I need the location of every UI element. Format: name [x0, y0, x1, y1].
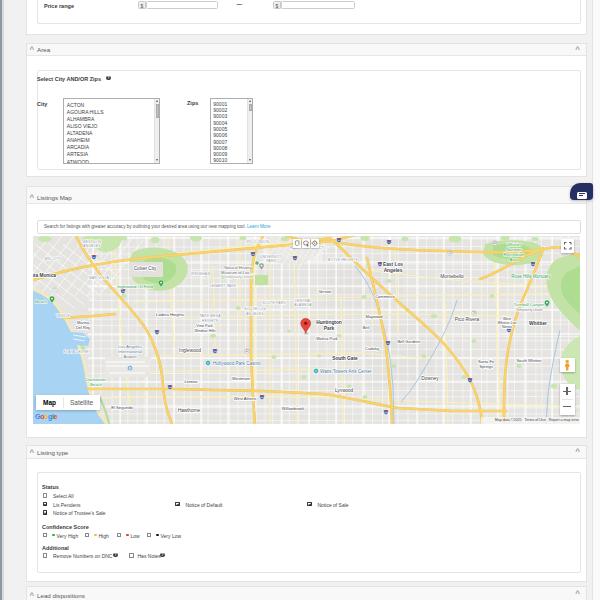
svg-text:110: 110 [251, 254, 254, 256]
svg-text:Whittier: Whittier [529, 321, 547, 326]
svg-text:View Park-: View Park- [196, 324, 214, 328]
svg-text:Beach: Beach [90, 382, 103, 387]
svg-text:105: 105 [168, 387, 171, 389]
svg-text:Rose Hills Mortuary: Rose Hills Mortuary [511, 274, 551, 279]
svg-text:Temporarily closed: Temporarily closed [224, 275, 252, 279]
svg-text:Lennox: Lennox [184, 379, 197, 384]
svg-text:405: 405 [213, 351, 216, 353]
svg-text:Narrows: Narrows [506, 247, 522, 252]
svg-text:Walnut Park: Walnut Park [316, 336, 338, 341]
svg-text:VENICE: VENICE [56, 314, 70, 318]
svg-text:Hawthorne: Hawthorne [178, 408, 201, 413]
svg-text:East Los: East Los [383, 262, 403, 267]
svg-text:MID CITY: MID CITY [45, 257, 62, 261]
svg-text:Springs: Springs [479, 364, 493, 369]
svg-text:Hollywood Park Casino: Hollywood Park Casino [213, 361, 261, 366]
svg-text:ANGELES: ANGELES [246, 312, 264, 316]
svg-text:South Whittier: South Whittier [516, 358, 542, 363]
svg-text:Huntington: Huntington [316, 320, 342, 325]
svg-text:710: 710 [386, 343, 389, 345]
svg-text:Commerce: Commerce [375, 294, 395, 299]
svg-text:CRENSHAW: CRENSHAW [189, 272, 211, 276]
svg-text:Downey: Downey [421, 376, 439, 381]
svg-text:Pico Rivera: Pico Rivera [455, 317, 480, 322]
svg-text:Park: Park [324, 326, 335, 331]
svg-text:Montebello: Montebello [440, 274, 464, 279]
svg-text:605: 605 [507, 330, 510, 332]
svg-text:BOYLE HEIGHTS: BOYLE HEIGHTS [328, 258, 358, 262]
svg-text:110: 110 [260, 397, 263, 399]
svg-text:Watts Towers Arts Center: Watts Towers Arts Center [320, 369, 372, 374]
svg-text:Inglewood Oil Field: Inglewood Oil Field [117, 284, 153, 289]
svg-text:MAR VISTA: MAR VISTA [89, 276, 109, 280]
svg-text:SOUTH PARK: SOUTH PARK [262, 301, 286, 305]
svg-text:South Gate: South Gate [332, 356, 358, 361]
svg-text:Maywood: Maywood [365, 314, 382, 319]
svg-text:Lynwood: Lynwood [335, 388, 354, 393]
svg-text:Ladera Heights: Ladera Heights [156, 312, 184, 317]
svg-text:Westmont: Westmont [232, 376, 251, 381]
svg-text:Nietos: Nietos [502, 325, 512, 329]
svg-text:ALAMEDA: ALAMEDA [294, 303, 312, 307]
svg-text:Temporarily closed: Temporarily closed [516, 308, 543, 312]
svg-text:105: 105 [384, 412, 387, 414]
svg-text:Vernon: Vernon [319, 289, 332, 294]
svg-text:Airport: Airport [124, 354, 138, 359]
svg-text:Culver City: Culver City [134, 266, 157, 271]
svg-text:PARK MESA: PARK MESA [199, 314, 221, 318]
svg-text:Turnbull Canyon: Turnbull Canyon [514, 302, 545, 307]
svg-text:West Athens: West Athens [234, 396, 256, 401]
svg-text:Area: Area [510, 257, 520, 262]
svg-text:Cudahy: Cudahy [365, 346, 379, 351]
svg-text:Windsor Hills: Windsor Hills [195, 329, 216, 333]
svg-text:Angeles: Angeles [384, 268, 403, 273]
svg-text:Museum of Los...: Museum of Los... [221, 270, 253, 275]
svg-text:605: 605 [531, 264, 534, 266]
svg-text:PICO UNION: PICO UNION [247, 240, 269, 244]
svg-text:El Segundo: El Segundo [111, 405, 133, 410]
svg-text:PARK: PARK [266, 259, 276, 263]
svg-text:Inglewood: Inglewood [179, 348, 201, 353]
svg-text:Willowbrook: Willowbrook [282, 406, 305, 411]
svg-text:Beach: Beach [35, 299, 48, 304]
svg-text:HEIGHTS: HEIGHTS [202, 319, 219, 323]
svg-text:710: 710 [378, 264, 381, 266]
svg-text:SOUTH LOS: SOUTH LOS [244, 307, 266, 311]
svg-text:405: 405 [155, 332, 158, 334]
svg-text:LEIMERT PARK: LEIMERT PARK [210, 284, 237, 288]
svg-text:ANGELES: ANGELES [83, 244, 101, 248]
svg-text:405: 405 [121, 291, 124, 293]
svg-text:Bell: Bell [363, 325, 370, 330]
svg-text:PLAYA DEL REY: PLAYA DEL REY [64, 350, 92, 354]
svg-text:Bell Gardens: Bell Gardens [397, 339, 420, 344]
svg-text:Santa Monica: Santa Monica [33, 273, 56, 278]
svg-text:Del Rey: Del Rey [76, 325, 90, 330]
